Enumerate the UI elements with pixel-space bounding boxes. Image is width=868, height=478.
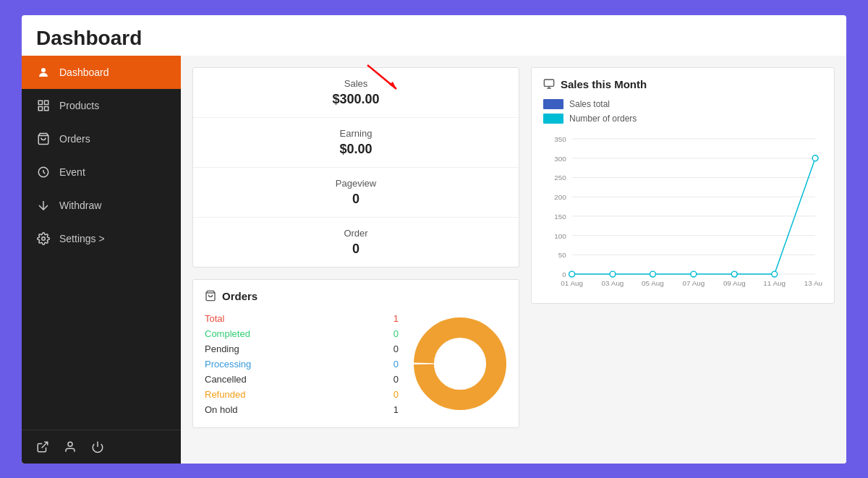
sidebar-item-dashboard[interactable]: Dashboard xyxy=(22,56,181,89)
dashboard-icon xyxy=(36,65,51,80)
svg-text:0: 0 xyxy=(562,270,566,278)
svg-text:100: 100 xyxy=(554,231,566,239)
svg-rect-2 xyxy=(45,101,48,104)
svg-text:11 Aug: 11 Aug xyxy=(763,278,786,286)
order-label-onhold: On hold xyxy=(205,404,238,415)
order-count-pending: 0 xyxy=(393,343,399,354)
chart-card: Sales this Month Sales total Number of o… xyxy=(531,67,835,304)
order-count-processing: 0 xyxy=(393,359,399,370)
stats-card: Sales $300.00 Earning $0.00 Pageview 0 xyxy=(192,67,519,268)
stat-sales-label: Sales xyxy=(344,78,368,89)
order-row-total: Total 1 xyxy=(205,311,399,326)
stat-order-value: 0 xyxy=(352,242,359,257)
sidebar-item-settings-label: Settings > xyxy=(59,233,105,244)
legend-item-orders: Number of orders xyxy=(543,114,822,124)
user-button[interactable] xyxy=(64,440,77,453)
settings-icon xyxy=(36,231,51,246)
withdraw-icon xyxy=(36,198,51,213)
svg-point-44 xyxy=(610,271,616,277)
order-row-cancelled: Cancelled 0 xyxy=(205,372,399,387)
svg-text:05 Aug: 05 Aug xyxy=(642,278,664,286)
donut-svg xyxy=(413,317,507,411)
svg-text:07 Aug: 07 Aug xyxy=(682,278,705,286)
right-panel: Sales this Month Sales total Number of o… xyxy=(531,67,835,428)
sidebar-item-dashboard-label: Dashboard xyxy=(59,67,109,78)
svg-point-46 xyxy=(691,271,697,277)
order-label-completed: Completed xyxy=(205,328,250,339)
svg-text:250: 250 xyxy=(554,174,566,182)
sidebar-item-products-label: Products xyxy=(59,100,99,111)
legend-label-orders: Number of orders xyxy=(569,114,637,124)
stat-earning-value: $0.00 xyxy=(339,142,372,157)
orders-list: Total 1 Completed 0 Pending 0 xyxy=(205,311,399,417)
order-row-pending: Pending 0 xyxy=(205,341,399,357)
sidebar-item-orders[interactable]: Orders xyxy=(22,122,181,155)
sidebar-item-event-label: Event xyxy=(59,166,85,178)
order-label-refunded: Refunded xyxy=(205,389,245,400)
order-row-refunded: Refunded 0 xyxy=(205,387,399,402)
donut-chart xyxy=(413,317,507,411)
sidebar-item-products[interactable]: Products xyxy=(22,89,181,122)
legend-item-sales: Sales total xyxy=(543,99,822,109)
sidebar-item-withdraw-label: Withdraw xyxy=(59,200,101,211)
order-row-processing: Processing 0 xyxy=(205,357,399,372)
svg-text:300: 300 xyxy=(554,154,566,162)
stat-pageview-label: Pageview xyxy=(336,178,376,189)
top-row: Sales $300.00 Earning $0.00 Pageview 0 xyxy=(192,67,835,428)
sidebar-item-event[interactable]: Event xyxy=(22,155,181,189)
svg-text:150: 150 xyxy=(554,212,566,220)
sidebar-bottom xyxy=(22,430,181,464)
svg-text:13 Aug: 13 Aug xyxy=(804,278,822,286)
sidebar-item-orders-label: Orders xyxy=(59,133,90,145)
content-area: Sales $300.00 Earning $0.00 Pageview 0 xyxy=(181,56,846,464)
chart-legend: Sales total Number of orders xyxy=(543,99,822,124)
orders-card: Orders Total 1 Completed 0 xyxy=(192,279,519,428)
orders-header: Orders xyxy=(205,290,507,302)
svg-point-47 xyxy=(731,271,737,277)
order-count-completed: 0 xyxy=(393,328,399,339)
left-panel: Sales $300.00 Earning $0.00 Pageview 0 xyxy=(192,67,519,428)
stat-sales-value: $300.00 xyxy=(332,92,379,107)
svg-rect-17 xyxy=(544,80,553,86)
stat-pageview-value: 0 xyxy=(352,192,359,207)
sidebar-item-withdraw[interactable]: Withdraw xyxy=(22,189,181,222)
sidebar-item-settings[interactable]: Settings > xyxy=(22,222,181,255)
order-label-processing: Processing xyxy=(205,359,251,370)
external-link-button[interactable] xyxy=(36,440,49,453)
svg-point-16 xyxy=(438,342,482,385)
chart-icon xyxy=(543,78,555,90)
svg-point-9 xyxy=(68,442,72,446)
chart-title: Sales this Month xyxy=(561,78,647,90)
stat-pageview: Pageview 0 xyxy=(193,168,519,218)
legend-color-sales xyxy=(543,99,563,109)
svg-rect-3 xyxy=(38,106,42,110)
main-layout: Dashboard Products Orders Event xyxy=(22,56,846,464)
legend-color-orders xyxy=(543,114,563,124)
svg-point-0 xyxy=(41,68,46,72)
svg-rect-1 xyxy=(38,101,42,104)
line-chart-svg: 350 300 250 200 150 100 50 xyxy=(543,131,822,290)
svg-rect-4 xyxy=(45,106,48,110)
svg-text:50: 50 xyxy=(558,251,566,259)
order-label-pending: Pending xyxy=(205,343,239,354)
products-icon xyxy=(36,98,51,113)
stat-order-label: Order xyxy=(344,228,367,239)
sidebar: Dashboard Products Orders Event xyxy=(22,56,181,464)
order-label-cancelled: Cancelled xyxy=(205,374,247,385)
order-row-completed: Completed 0 xyxy=(205,326,399,341)
orders-title: Orders xyxy=(222,290,258,302)
svg-line-8 xyxy=(42,442,48,448)
page-title: Dashboard xyxy=(22,15,846,56)
legend-label-sales: Sales total xyxy=(569,99,610,109)
orders-body: Total 1 Completed 0 Pending 0 xyxy=(205,311,507,417)
stat-earning-label: Earning xyxy=(340,128,373,139)
svg-text:03 Aug: 03 Aug xyxy=(602,278,624,286)
cart-icon xyxy=(36,132,51,146)
chart-header: Sales this Month xyxy=(543,78,822,90)
stats-section: Sales $300.00 Earning $0.00 Pageview 0 xyxy=(192,67,519,268)
stat-earning: Earning $0.00 xyxy=(193,118,519,168)
svg-text:350: 350 xyxy=(554,135,566,142)
power-button[interactable] xyxy=(91,440,104,453)
svg-text:01 Aug: 01 Aug xyxy=(561,278,583,286)
order-count-refunded: 0 xyxy=(393,389,399,400)
